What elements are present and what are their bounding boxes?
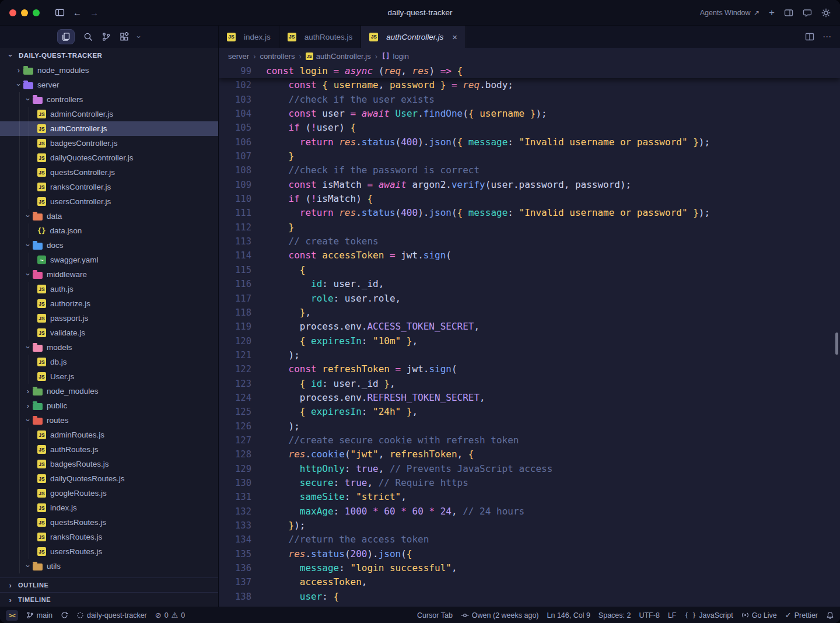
code-line[interactable]: 135 res.status(200).json({ bbox=[219, 547, 840, 561]
tree-item-models[interactable]: ›models bbox=[0, 340, 218, 355]
tree-item-usersController.js[interactable]: JSusersController.js bbox=[0, 194, 218, 209]
code-line[interactable]: 104 const user = await User.findOne({ us… bbox=[219, 107, 840, 121]
chevron-down-icon[interactable]: › bbox=[24, 270, 33, 279]
code-line[interactable]: 99const login = async (req, res) => { bbox=[219, 64, 840, 78]
encoding-status[interactable]: UTF-8 bbox=[639, 611, 659, 620]
code-line[interactable]: 126 ); bbox=[219, 419, 840, 433]
editor-scrollbar[interactable] bbox=[835, 332, 838, 355]
code-line[interactable]: 116 id: user._id, bbox=[219, 277, 840, 291]
code-line[interactable]: 110 if (!isMatch) { bbox=[219, 192, 840, 206]
prettier-status[interactable]: ✓Prettier bbox=[785, 611, 818, 620]
code-line[interactable]: 109 const isMatch = await argon2.verify(… bbox=[219, 178, 840, 192]
forward-button[interactable]: → bbox=[90, 8, 99, 18]
code-line[interactable]: 106 return res.status(400).json({ messag… bbox=[219, 135, 840, 149]
chevron-right-icon[interactable]: › bbox=[23, 387, 33, 396]
code-line[interactable]: 114 const accessToken = jwt.sign( bbox=[219, 249, 840, 262]
editor-actions-more-icon[interactable]: ⋯ bbox=[822, 32, 832, 42]
tree-item-ranksController.js[interactable]: JSranksController.js bbox=[0, 180, 218, 194]
chevron-down-icon[interactable]: › bbox=[24, 212, 33, 221]
tree-item-middleware[interactable]: ›middleware bbox=[0, 267, 218, 282]
cursor-position-status[interactable]: Ln 146, Col 9 bbox=[547, 611, 590, 620]
code-line[interactable]: 133 }); bbox=[219, 519, 840, 533]
tree-item-node_modules[interactable]: ›node_modules bbox=[0, 384, 218, 398]
indentation-status[interactable]: Spaces: 2 bbox=[598, 611, 631, 620]
tree-item-db.js[interactable]: JSdb.js bbox=[0, 355, 218, 369]
code-line[interactable]: 123 { id: user._id }, bbox=[219, 377, 840, 391]
chat-icon[interactable] bbox=[803, 8, 812, 18]
split-editor-icon[interactable] bbox=[805, 32, 814, 41]
breadcrumb-symbol[interactable]: []login bbox=[382, 52, 409, 61]
tree-item-data[interactable]: ›data bbox=[0, 209, 218, 223]
close-window-button[interactable] bbox=[9, 9, 16, 16]
agents-window-button[interactable]: Agents Window↗ bbox=[700, 8, 760, 17]
code-line[interactable]: 113 // create tokens bbox=[219, 235, 840, 249]
tree-item-swagger.yaml[interactable]: ~swagger.yaml bbox=[0, 253, 218, 267]
tree-item-index.js[interactable]: JSindex.js bbox=[0, 501, 218, 515]
go-live-button[interactable]: Go Live bbox=[741, 611, 777, 620]
tree-item-server[interactable]: ›server bbox=[0, 78, 218, 92]
tree-item-validate.js[interactable]: JSvalidate.js bbox=[0, 326, 218, 340]
git-branch-status[interactable]: main bbox=[26, 611, 52, 620]
problems-status[interactable]: ⊘0 ⚠0 bbox=[155, 611, 185, 620]
tab-authController.js[interactable]: JSauthController.js× bbox=[361, 26, 466, 48]
chevron-down-icon[interactable]: › bbox=[24, 416, 33, 425]
tree-item-googleRoutes.js[interactable]: JSgoogleRoutes.js bbox=[0, 486, 218, 501]
tree-item-dailyQuotesRoutes.js[interactable]: JSdailyQuotesRoutes.js bbox=[0, 471, 218, 486]
code-line[interactable]: 111 return res.status(400).json({ messag… bbox=[219, 206, 840, 220]
code-line[interactable]: 128 res.cookie("jwt", refreshToken, { bbox=[219, 447, 840, 461]
code-line[interactable]: 127 //create secure cookie with refresh … bbox=[219, 433, 840, 447]
tree-item-dailyQuotesController.js[interactable]: JSdailyQuotesController.js bbox=[0, 150, 218, 165]
code-line[interactable]: 120 { expiresIn: "10m" }, bbox=[219, 334, 840, 348]
cursor-tab-status[interactable]: Cursor Tab bbox=[417, 611, 453, 620]
breadcrumb-server[interactable]: server bbox=[228, 52, 249, 61]
minimize-window-button[interactable] bbox=[21, 9, 28, 16]
tree-item-public[interactable]: ›public bbox=[0, 398, 218, 413]
tree-item-passport.js[interactable]: JSpassport.js bbox=[0, 311, 218, 326]
tree-item-node_modules[interactable]: ›node_modules bbox=[0, 63, 218, 78]
more-views-chevron-icon[interactable]: › bbox=[135, 36, 144, 38]
search-icon[interactable] bbox=[83, 32, 93, 41]
tree-item-docs[interactable]: ›docs bbox=[0, 238, 218, 253]
sync-button[interactable] bbox=[61, 611, 68, 619]
tree-item-adminRoutes.js[interactable]: JSadminRoutes.js bbox=[0, 428, 218, 442]
code-line[interactable]: 124 process.env.REFRESH_TOKEN_SECRET, bbox=[219, 391, 840, 405]
sticky-scroll-line[interactable]: 99const login = async (req, res) => { bbox=[219, 64, 840, 78]
eol-status[interactable]: LF bbox=[668, 611, 677, 620]
tree-item-badgesRoutes.js[interactable]: JSbadgesRoutes.js bbox=[0, 457, 218, 471]
explorer-section-header[interactable]: › DAILY-QUEST-TRACKER bbox=[0, 48, 218, 63]
tree-item-controllers[interactable]: ›controllers bbox=[0, 92, 218, 107]
code-line[interactable]: 119 process.env.ACCESS_TOKEN_SECRET, bbox=[219, 320, 840, 334]
code-line[interactable]: 103 //check if the user exists bbox=[219, 93, 840, 107]
tree-item-questsController.js[interactable]: JSquestsController.js bbox=[0, 165, 218, 180]
code-line[interactable]: 117 role: user.role, bbox=[219, 292, 840, 306]
project-status[interactable]: daily-quest-tracker bbox=[76, 611, 147, 620]
tab-authRoutes.js[interactable]: JSauthRoutes.js bbox=[279, 26, 362, 48]
tree-item-badgesController.js[interactable]: JSbadgesController.js bbox=[0, 136, 218, 150]
tree-item-User.js[interactable]: JSUser.js bbox=[0, 369, 218, 384]
tree-item-data.json[interactable]: {}data.json bbox=[0, 223, 218, 238]
toggle-sidebar-icon[interactable] bbox=[55, 8, 65, 18]
code-line[interactable]: 115 { bbox=[219, 263, 840, 277]
chevron-down-icon[interactable]: › bbox=[24, 343, 33, 352]
code-line[interactable]: 108 //check if the password is correct bbox=[219, 163, 840, 177]
code-line[interactable]: 112 } bbox=[219, 220, 840, 235]
code-line[interactable]: 130 secure: true, // Require https bbox=[219, 476, 840, 490]
tree-item-authController.js[interactable]: JSauthController.js bbox=[0, 121, 218, 136]
zoom-window-button[interactable] bbox=[33, 9, 40, 16]
code-line[interactable]: 137 accessToken, bbox=[219, 575, 840, 589]
breadcrumb-file[interactable]: JSauthController.js bbox=[306, 52, 371, 61]
remote-indicator[interactable]: >< bbox=[6, 610, 18, 621]
code-line[interactable]: 136 message: "login successful", bbox=[219, 561, 840, 575]
source-control-icon[interactable] bbox=[102, 32, 111, 41]
code-line[interactable]: 134 //return the access token bbox=[219, 533, 840, 547]
explorer-view-button[interactable] bbox=[57, 29, 75, 44]
code-line[interactable]: 122 const refreshToken = jwt.sign( bbox=[219, 362, 840, 376]
tree-item-adminController.js[interactable]: JSadminController.js bbox=[0, 107, 218, 121]
chevron-down-icon[interactable]: › bbox=[24, 562, 33, 571]
code-line[interactable]: 102 const { username, password } = req.b… bbox=[219, 78, 840, 92]
close-tab-icon[interactable]: × bbox=[452, 32, 457, 42]
chevron-right-icon[interactable]: › bbox=[23, 401, 33, 410]
chevron-down-icon[interactable]: › bbox=[24, 95, 33, 104]
code-line[interactable]: 125 { expiresIn: "24h" }, bbox=[219, 405, 840, 419]
tab-index.js[interactable]: JSindex.js bbox=[219, 26, 279, 48]
